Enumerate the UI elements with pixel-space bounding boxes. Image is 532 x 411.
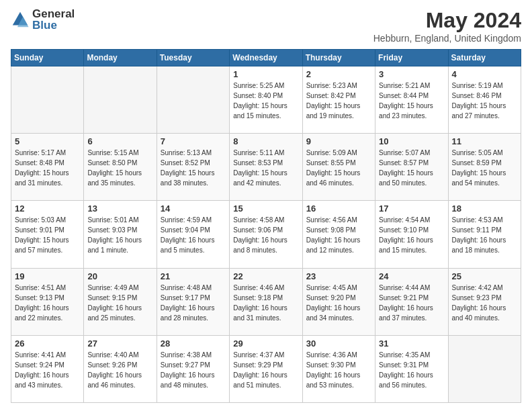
day-number: 5 [15, 136, 80, 146]
col-header-tuesday: Tuesday [157, 50, 229, 66]
day-cell: 22Sunrise: 4:46 AM Sunset: 9:18 PM Dayli… [230, 268, 302, 335]
day-cell: 12Sunrise: 5:03 AM Sunset: 9:01 PM Dayli… [11, 201, 84, 268]
day-number: 11 [452, 136, 517, 146]
day-number: 24 [379, 271, 444, 281]
day-number: 10 [379, 136, 444, 146]
day-info: Sunrise: 4:54 AM Sunset: 9:10 PM Dayligh… [379, 215, 444, 255]
day-cell: 28Sunrise: 4:38 AM Sunset: 9:27 PM Dayli… [157, 335, 229, 402]
col-header-wednesday: Wednesday [230, 50, 302, 66]
day-number: 7 [161, 136, 226, 146]
day-info: Sunrise: 5:11 AM Sunset: 8:53 PM Dayligh… [233, 148, 298, 188]
day-info: Sunrise: 4:44 AM Sunset: 9:21 PM Dayligh… [379, 283, 444, 323]
day-cell: 16Sunrise: 4:56 AM Sunset: 9:08 PM Dayli… [302, 201, 375, 268]
day-info: Sunrise: 4:58 AM Sunset: 9:06 PM Dayligh… [233, 215, 298, 255]
day-cell [157, 66, 229, 134]
day-number: 19 [15, 271, 80, 281]
day-cell: 23Sunrise: 4:45 AM Sunset: 9:20 PM Dayli… [302, 268, 375, 335]
day-cell: 14Sunrise: 4:59 AM Sunset: 9:04 PM Dayli… [157, 201, 229, 268]
col-header-friday: Friday [375, 50, 448, 66]
day-info: Sunrise: 4:51 AM Sunset: 9:13 PM Dayligh… [15, 283, 80, 323]
day-cell: 19Sunrise: 4:51 AM Sunset: 9:13 PM Dayli… [11, 268, 84, 335]
day-cell: 29Sunrise: 4:37 AM Sunset: 9:29 PM Dayli… [230, 335, 302, 402]
day-number: 27 [87, 338, 152, 349]
day-number: 26 [15, 338, 80, 349]
day-number: 18 [452, 203, 517, 214]
title-section: May 2024 Hebburn, England, United Kingdo… [373, 8, 521, 44]
day-number: 16 [306, 203, 371, 214]
subtitle: Hebburn, England, United Kingdom [373, 33, 521, 44]
day-cell: 5Sunrise: 5:17 AM Sunset: 8:48 PM Daylig… [11, 134, 84, 201]
day-info: Sunrise: 5:05 AM Sunset: 8:59 PM Dayligh… [452, 148, 517, 188]
day-number: 3 [379, 69, 444, 79]
day-number: 14 [161, 203, 226, 214]
day-cell: 31Sunrise: 4:35 AM Sunset: 9:31 PM Dayli… [375, 335, 448, 402]
week-row-4: 19Sunrise: 4:51 AM Sunset: 9:13 PM Dayli… [11, 268, 521, 335]
day-info: Sunrise: 4:41 AM Sunset: 9:24 PM Dayligh… [15, 350, 80, 390]
col-header-thursday: Thursday [302, 50, 375, 66]
col-header-sunday: Sunday [11, 50, 84, 66]
page: General Blue May 2024 Hebburn, England, … [0, 0, 532, 411]
day-info: Sunrise: 4:49 AM Sunset: 9:15 PM Dayligh… [87, 283, 152, 323]
day-cell: 3Sunrise: 5:21 AM Sunset: 8:44 PM Daylig… [375, 66, 448, 134]
day-info: Sunrise: 4:59 AM Sunset: 9:04 PM Dayligh… [161, 215, 226, 255]
logo: General Blue [11, 8, 75, 31]
day-number: 28 [161, 338, 226, 349]
week-row-2: 5Sunrise: 5:17 AM Sunset: 8:48 PM Daylig… [11, 134, 521, 201]
day-cell: 24Sunrise: 4:44 AM Sunset: 9:21 PM Dayli… [375, 268, 448, 335]
day-info: Sunrise: 5:21 AM Sunset: 8:44 PM Dayligh… [379, 81, 444, 121]
day-info: Sunrise: 4:53 AM Sunset: 9:11 PM Dayligh… [452, 215, 517, 255]
day-number: 31 [379, 338, 444, 349]
day-cell: 9Sunrise: 5:09 AM Sunset: 8:55 PM Daylig… [302, 134, 375, 201]
day-cell: 13Sunrise: 5:01 AM Sunset: 9:03 PM Dayli… [84, 201, 157, 268]
day-info: Sunrise: 4:35 AM Sunset: 9:31 PM Dayligh… [379, 350, 444, 390]
day-number: 22 [233, 271, 298, 281]
day-cell: 27Sunrise: 4:40 AM Sunset: 9:26 PM Dayli… [84, 335, 157, 402]
day-info: Sunrise: 4:48 AM Sunset: 9:17 PM Dayligh… [161, 283, 226, 323]
day-info: Sunrise: 5:03 AM Sunset: 9:01 PM Dayligh… [15, 215, 80, 255]
day-cell: 15Sunrise: 4:58 AM Sunset: 9:06 PM Dayli… [230, 201, 302, 268]
day-info: Sunrise: 4:56 AM Sunset: 9:08 PM Dayligh… [306, 215, 371, 255]
day-number: 23 [306, 271, 371, 281]
logo-text: General Blue [32, 8, 75, 31]
week-row-5: 26Sunrise: 4:41 AM Sunset: 9:24 PM Dayli… [11, 335, 521, 402]
header-row: SundayMondayTuesdayWednesdayThursdayFrid… [11, 50, 521, 66]
day-cell: 1Sunrise: 5:25 AM Sunset: 8:40 PM Daylig… [230, 66, 302, 134]
main-title: May 2024 [373, 8, 521, 33]
day-number: 1 [233, 69, 298, 79]
day-cell: 8Sunrise: 5:11 AM Sunset: 8:53 PM Daylig… [230, 134, 302, 201]
day-number: 21 [161, 271, 226, 281]
day-cell: 30Sunrise: 4:36 AM Sunset: 9:30 PM Dayli… [302, 335, 375, 402]
day-cell: 18Sunrise: 4:53 AM Sunset: 9:11 PM Dayli… [448, 201, 521, 268]
day-cell: 21Sunrise: 4:48 AM Sunset: 9:17 PM Dayli… [157, 268, 229, 335]
logo-blue: Blue [32, 19, 75, 31]
header: General Blue May 2024 Hebburn, England, … [11, 8, 521, 44]
day-number: 8 [233, 136, 298, 146]
day-info: Sunrise: 5:01 AM Sunset: 9:03 PM Dayligh… [87, 215, 152, 255]
day-cell [84, 66, 157, 134]
day-info: Sunrise: 5:15 AM Sunset: 8:50 PM Dayligh… [87, 148, 152, 188]
day-number: 20 [87, 271, 152, 281]
day-info: Sunrise: 4:40 AM Sunset: 9:26 PM Dayligh… [87, 350, 152, 390]
day-number: 15 [233, 203, 298, 214]
day-info: Sunrise: 5:25 AM Sunset: 8:40 PM Dayligh… [233, 81, 298, 121]
logo-general: General [32, 8, 75, 19]
day-cell: 2Sunrise: 5:23 AM Sunset: 8:42 PM Daylig… [302, 66, 375, 134]
week-row-3: 12Sunrise: 5:03 AM Sunset: 9:01 PM Dayli… [11, 201, 521, 268]
day-number: 30 [306, 338, 371, 349]
day-cell [448, 335, 521, 402]
logo-icon [11, 10, 30, 29]
day-cell: 4Sunrise: 5:19 AM Sunset: 8:46 PM Daylig… [448, 66, 521, 134]
day-number: 13 [87, 203, 152, 214]
day-info: Sunrise: 4:45 AM Sunset: 9:20 PM Dayligh… [306, 283, 371, 323]
day-cell: 20Sunrise: 4:49 AM Sunset: 9:15 PM Dayli… [84, 268, 157, 335]
day-cell: 6Sunrise: 5:15 AM Sunset: 8:50 PM Daylig… [84, 134, 157, 201]
day-cell: 25Sunrise: 4:42 AM Sunset: 9:23 PM Dayli… [448, 268, 521, 335]
day-number: 25 [452, 271, 517, 281]
day-number: 29 [233, 338, 298, 349]
day-cell: 26Sunrise: 4:41 AM Sunset: 9:24 PM Dayli… [11, 335, 84, 402]
calendar-table: SundayMondayTuesdayWednesdayThursdayFrid… [11, 49, 521, 403]
day-info: Sunrise: 4:38 AM Sunset: 9:27 PM Dayligh… [161, 350, 226, 390]
col-header-monday: Monday [84, 50, 157, 66]
day-number: 2 [306, 69, 371, 79]
col-header-saturday: Saturday [448, 50, 521, 66]
